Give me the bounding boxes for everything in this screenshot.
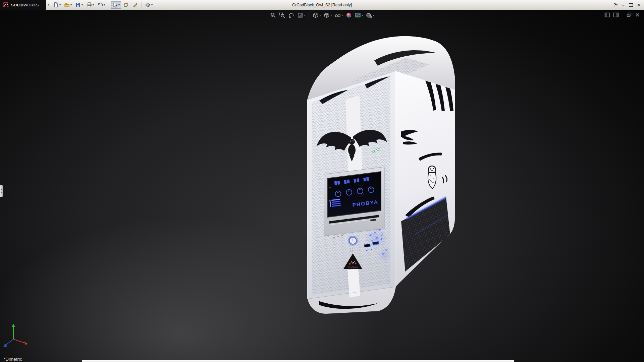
options-gear-icon xyxy=(145,2,151,8)
pc-case-model[interactable]: PHOBYA xyxy=(307,36,455,314)
zoom-to-area-icon xyxy=(279,12,285,18)
close-button[interactable]: × xyxy=(635,2,642,8)
title-bar: SOLIDWORKS › ▾ ▾ ▾ xyxy=(0,0,644,10)
open-button[interactable]: ▾ xyxy=(63,1,73,9)
solidworks-logo-icon xyxy=(3,2,9,8)
solidworks-window: SOLIDWORKS › ▾ ▾ ▾ xyxy=(0,0,644,362)
heads-up-view-toolbar: ▾ ▾ ▾ ▾ xyxy=(270,12,374,18)
hud-separator xyxy=(309,12,309,18)
apply-scene-icon xyxy=(355,12,361,18)
reset-button[interactable] xyxy=(350,248,353,251)
section-view-button[interactable]: ▾ xyxy=(297,12,305,18)
split-pane-left-icon[interactable] xyxy=(604,12,610,17)
zoom-to-fit-button[interactable] xyxy=(270,12,276,18)
edit-appearance-icon xyxy=(346,12,352,18)
new-document-button[interactable]: ▾ xyxy=(52,1,62,9)
display-style-button[interactable]: ▾ xyxy=(323,12,332,18)
print-icon xyxy=(86,2,92,8)
brand-text: SOLIDWORKS xyxy=(11,3,39,7)
print-button[interactable]: ▾ xyxy=(85,1,95,9)
view-orientation-button[interactable]: ▾ xyxy=(312,12,321,18)
logo-brand-text: PHOBYA xyxy=(348,266,358,268)
zoom-to-area-button[interactable] xyxy=(279,12,285,18)
close-window-icon[interactable] xyxy=(635,12,640,17)
view-orientation-icon xyxy=(312,12,319,18)
apply-scene-button[interactable]: ▾ xyxy=(355,12,363,18)
previous-view-icon xyxy=(288,12,294,18)
section-view-icon xyxy=(297,12,303,18)
restore-window-icon[interactable] xyxy=(627,12,632,17)
edit-appearance-button[interactable] xyxy=(346,12,352,18)
split-pane-right-icon[interactable] xyxy=(613,12,619,17)
document-window-controls xyxy=(604,12,640,17)
toolbar-separator xyxy=(109,2,109,8)
menu-expand-chevron[interactable]: › xyxy=(48,3,49,7)
toolbar-separator xyxy=(142,2,142,8)
feature-manager-collapsed-tab[interactable] xyxy=(0,185,3,197)
new-document-icon xyxy=(53,2,59,8)
undo-button[interactable]: ▾ xyxy=(96,1,106,9)
display-style-icon xyxy=(323,12,330,18)
select-cursor-icon xyxy=(112,2,118,8)
mesh-led-glow xyxy=(377,247,392,262)
maximize-icon xyxy=(629,3,633,7)
view-settings-button[interactable]: ▾ xyxy=(366,12,374,18)
previous-view-button[interactable] xyxy=(288,12,294,18)
hide-show-glasses-icon xyxy=(335,12,341,18)
save-button[interactable]: ▾ xyxy=(74,1,84,9)
lcd-bay[interactable]: PHOBYA xyxy=(324,167,384,236)
reference-triad xyxy=(3,324,28,347)
taskbar-edge-strip[interactable] xyxy=(82,360,514,362)
window-title: GrCadBlack_Owl_S2 [Read-only] xyxy=(292,3,352,7)
save-floppy-icon xyxy=(75,2,81,8)
3d-viewport[interactable]: ▾ ▾ ▾ ▾ xyxy=(0,10,644,362)
model-canvas[interactable]: PHOBYA xyxy=(0,10,644,362)
io-led-glow xyxy=(365,227,388,250)
sketch-button[interactable] xyxy=(131,1,139,9)
undo-arrow-icon xyxy=(97,2,103,8)
drive-led xyxy=(345,218,347,219)
view-orientation-label: *Dimetric xyxy=(4,357,22,362)
minimize-button[interactable]: – xyxy=(620,2,627,8)
rebuild-button[interactable] xyxy=(122,1,130,9)
solidworks-brand: SOLIDWORKS xyxy=(0,0,46,10)
hide-show-items-button[interactable]: ▾ xyxy=(335,12,343,18)
view-settings-icon xyxy=(366,12,372,18)
sketch-pencil-icon xyxy=(132,2,138,8)
rebuild-icon xyxy=(123,2,129,8)
maximize-button[interactable] xyxy=(628,2,634,8)
select-tool-button[interactable]: ▾ xyxy=(111,1,121,9)
zoom-to-fit-icon xyxy=(270,12,276,18)
help-button[interactable]: ?▾ xyxy=(612,2,619,8)
lcd-status-led xyxy=(329,187,331,188)
window-controls: ?▾ – × xyxy=(612,0,642,10)
open-folder-icon xyxy=(64,2,70,8)
options-button[interactable]: ▾ xyxy=(144,1,154,9)
